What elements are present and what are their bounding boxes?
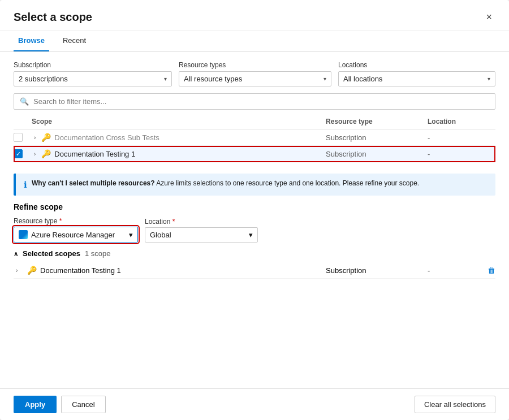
refine-location-group: Location * Global <box>145 218 258 243</box>
subscription-chevron-icon <box>164 76 167 82</box>
info-text: Why can't I select multiple resources? A… <box>32 179 419 187</box>
locations-value: All locations <box>343 75 382 83</box>
search-icon: 🔍 <box>20 97 29 106</box>
selected-scope-row: 🔑 Documentation Testing 1 Subscription -… <box>14 262 495 279</box>
scope-count: 1 scope <box>85 249 111 258</box>
refine-location-chevron-icon <box>249 231 253 239</box>
scope-row-key-icon: 🔑 <box>27 266 37 275</box>
resource-types-label: Resource types <box>179 61 331 69</box>
refine-resource-type-value: Azure Resource Manager <box>31 231 115 239</box>
subscription-filter: Subscription 2 subscriptions <box>14 61 172 86</box>
row2-checkbox-cell <box>14 149 32 158</box>
subscription-dropdown[interactable]: 2 subscriptions <box>14 71 172 86</box>
row2-name: Documentation Testing 1 <box>54 150 135 158</box>
dialog-body: Subscription 2 subscriptions Resource ty… <box>0 52 509 388</box>
apply-button[interactable]: Apply <box>14 396 57 413</box>
row1-expand-icon[interactable] <box>32 133 38 142</box>
required-asterisk: * <box>59 217 62 225</box>
close-button[interactable]: × <box>482 10 495 24</box>
tab-recent[interactable]: Recent <box>58 31 90 51</box>
scope-row-location: - <box>428 266 473 275</box>
tab-browse[interactable]: Browse <box>14 31 49 51</box>
info-bold: Why can't I select multiple resources? <box>32 179 155 187</box>
col-scope: Scope <box>32 118 326 125</box>
select-scope-dialog: Select a scope × Browse Recent Subscript… <box>0 0 509 420</box>
row1-checkbox-cell <box>14 133 32 142</box>
collapse-icon[interactable] <box>14 249 18 258</box>
refine-resource-type-group: Resource type * Azure Resource Manager <box>14 217 138 243</box>
col-checkbox <box>14 118 32 125</box>
resource-types-dropdown[interactable]: All resource types <box>179 71 331 86</box>
refine-select-icon-group: Azure Resource Manager <box>19 230 115 239</box>
scope-row-name: Documentation Testing 1 <box>40 266 121 275</box>
locations-filter: Locations All locations <box>338 61 495 86</box>
scope-row-expand-icon[interactable] <box>14 266 27 275</box>
selected-scopes-header: Selected scopes 1 scope <box>14 249 495 258</box>
cancel-button[interactable]: Cancel <box>61 396 105 413</box>
row1-key-icon: 🔑 <box>41 133 51 142</box>
row1-location: - <box>428 133 495 142</box>
row1-checkbox[interactable] <box>14 133 23 142</box>
dialog-footer: Apply Cancel Clear all selections <box>0 388 509 420</box>
row2-type: Subscription <box>326 150 428 158</box>
resource-types-filter: Resource types All resource types <box>179 61 331 86</box>
row1-scope: 🔑 Documentation Cross Sub Tests <box>32 133 326 142</box>
resource-types-value: All resource types <box>184 75 242 83</box>
refine-location-label: Location * <box>145 218 258 226</box>
row2-checkbox[interactable] <box>14 149 23 158</box>
table-row[interactable]: 🔑 Documentation Testing 1 Subscription - <box>14 146 495 162</box>
clear-all-button[interactable]: Clear all selections <box>415 396 495 413</box>
row1-type: Subscription <box>326 133 428 142</box>
footer-left: Apply Cancel <box>14 396 106 413</box>
selected-scopes-title: Selected scopes <box>23 249 80 258</box>
refine-location-dropdown[interactable]: Global <box>145 227 258 243</box>
scope-row-delete-icon[interactable]: 🗑 <box>473 266 495 275</box>
locations-dropdown[interactable]: All locations <box>338 71 495 86</box>
row2-key-icon: 🔑 <box>41 149 51 158</box>
selected-scopes-section: Selected scopes 1 scope 🔑 Documentation … <box>14 249 495 279</box>
refine-resource-type-dropdown[interactable]: Azure Resource Manager <box>14 227 138 243</box>
refine-location-value: Global <box>150 231 171 239</box>
row2-scope: 🔑 Documentation Testing 1 <box>32 149 326 158</box>
info-banner: ℹ Why can't I select multiple resources?… <box>14 174 495 196</box>
info-detail: Azure limits selections to one resource … <box>155 179 420 187</box>
dialog-header: Select a scope × <box>0 0 509 31</box>
row2-location: - <box>428 150 495 158</box>
refine-section: Refine scope Resource type * Azure Resou… <box>14 202 495 243</box>
refine-resource-type-label: Resource type * <box>14 217 138 225</box>
refine-row: Resource type * Azure Resource Manager L… <box>14 217 495 243</box>
refine-title: Refine scope <box>14 202 495 211</box>
col-resource-type: Resource type <box>326 118 428 125</box>
locations-chevron-icon <box>488 76 490 82</box>
search-bar: 🔍 <box>14 93 495 110</box>
dialog-title: Select a scope <box>14 11 92 24</box>
table-row[interactable]: 🔑 Documentation Cross Sub Tests Subscrip… <box>14 129 495 146</box>
scope-row-name-cell: 🔑 Documentation Testing 1 <box>27 266 326 275</box>
filters-row: Subscription 2 subscriptions Resource ty… <box>14 61 495 86</box>
row1-name: Documentation Cross Sub Tests <box>54 133 159 142</box>
subscription-value: 2 subscriptions <box>19 75 68 83</box>
locations-label: Locations <box>338 61 495 69</box>
row2-expand-icon[interactable] <box>32 150 38 158</box>
scope-row-type: Subscription <box>326 266 428 275</box>
info-icon: ℹ <box>24 180 27 190</box>
search-input[interactable] <box>33 97 489 106</box>
refine-resource-chevron-icon <box>129 231 133 239</box>
azure-resource-icon <box>19 230 28 239</box>
tabs-container: Browse Recent <box>0 31 509 52</box>
subscription-label: Subscription <box>14 61 172 69</box>
resource-types-chevron-icon <box>323 76 326 82</box>
table-header: Scope Resource type Location <box>14 114 495 129</box>
col-location: Location <box>428 118 495 125</box>
location-required-asterisk: * <box>172 218 175 226</box>
